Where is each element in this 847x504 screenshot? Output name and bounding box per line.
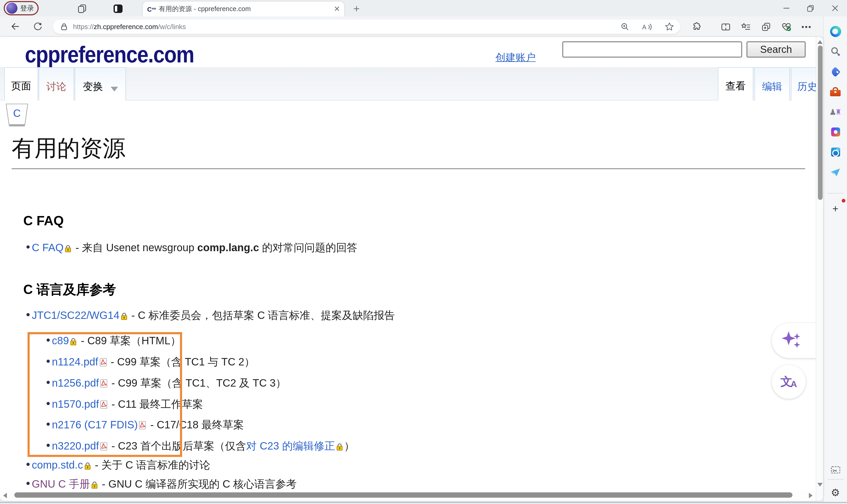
window-controls (774, 0, 847, 16)
workspaces-icon[interactable] (76, 3, 88, 14)
highlight-annotation-box (28, 332, 182, 457)
n1570-link[interactable]: n1570.pdf (52, 398, 99, 410)
sidebar-search-button[interactable] (829, 45, 842, 58)
collections-icon[interactable] (761, 21, 771, 33)
scroll-down-arrow[interactable] (817, 483, 823, 487)
tab-view[interactable]: 查看 (718, 67, 753, 101)
wiki-nav-band: 页面 讨论 变换 查看 编辑 历史 (0, 67, 816, 101)
site-lock-icon[interactable] (58, 21, 70, 33)
microsoft-365-icon (831, 127, 840, 136)
sidebar-messenger-button[interactable] (829, 165, 842, 178)
site-search-input[interactable] (562, 41, 742, 58)
breadcrumb[interactable]: C (5, 104, 29, 125)
tab-edit[interactable]: 编辑 (754, 67, 790, 101)
lock-icon (336, 443, 343, 451)
tab-variants[interactable]: 变换 (75, 67, 126, 101)
breadcrumb-underline (9, 125, 25, 126)
sidebar-tools-button[interactable] (829, 85, 842, 98)
gnu-c-manual-link[interactable]: GNU C 手册 (32, 478, 90, 490)
lock-icon (120, 312, 127, 320)
vertical-scrollbar-thumb[interactable] (818, 46, 823, 200)
outlook-icon (831, 147, 840, 156)
horizontal-scrollbar-thumb[interactable] (14, 492, 793, 498)
list-item-n1256: n1256.pdf - C99 草案（含 TC1、TC2 及 TC 3） (44, 376, 286, 390)
list-item-wg14: JTC1/SC22/WG14 - C 标准委员会，包括草案 C 语言标准、提案及… (23, 308, 395, 323)
split-screen-icon[interactable] (721, 21, 731, 33)
web-page-content: cppreference.com 创建账户 Search 页面 讨论 变换 查看… (0, 37, 823, 501)
restore-button[interactable] (798, 0, 823, 16)
scroll-right-arrow[interactable] (809, 493, 813, 498)
edge-sidebar: ♟♜ + ⚙ (823, 16, 847, 502)
list-item-n3220: n3220.pdf - C23 首个出版后草案（仅含对 C23 的编辑修正） (44, 439, 355, 453)
sidebar-divider-bottom (827, 479, 844, 480)
gear-icon: ⚙ (831, 487, 840, 498)
section-heading-c-faq: C FAQ (23, 213, 64, 229)
favorite-star-icon[interactable] (663, 21, 675, 33)
scroll-left-arrow[interactable] (3, 493, 7, 498)
wg14-link[interactable]: JTC1/SC22/WG14 (32, 309, 119, 321)
chevron-down-icon (110, 87, 118, 91)
c23-errata-link[interactable]: 对 C23 的编辑修正 (246, 440, 335, 452)
browser-tab[interactable]: C++ 有用的资源 - cppreference.com (143, 2, 344, 16)
avatar (6, 3, 17, 14)
scroll-up-arrow[interactable] (817, 40, 823, 44)
tab-discussion[interactable]: 讨论 (39, 67, 74, 101)
c-faq-link[interactable]: C FAQ (32, 242, 64, 253)
refresh-button[interactable] (32, 21, 44, 32)
shopping-tag-icon (830, 67, 841, 77)
copilot-discover-button[interactable] (772, 323, 823, 358)
pdf-icon (100, 379, 107, 388)
browser-essentials-icon[interactable] (781, 21, 792, 33)
chess-rook-icon: ♜ (835, 108, 842, 115)
address-bar[interactable]: https://zh.cppreference.com/w/c/links A (53, 20, 680, 34)
copilot-icon (830, 26, 841, 37)
list-item-n1124: n1124.pdf - C99 草案（含 TC1 与 TC 2） (44, 355, 255, 369)
screenshot-button[interactable] (829, 463, 842, 476)
sidebar-m365-button[interactable] (829, 125, 842, 138)
pdf-icon (99, 358, 107, 366)
pdf-icon (100, 400, 107, 409)
close-button[interactable] (823, 0, 847, 16)
page-title: 有用的资源 (12, 133, 125, 164)
sidebar-customize-button[interactable]: + (829, 202, 842, 215)
tab-activity-icon[interactable] (112, 3, 124, 14)
n3220-link[interactable]: n3220.pdf (52, 440, 99, 452)
tab-close-icon[interactable] (334, 4, 340, 14)
profile-button[interactable]: 登录 (4, 1, 39, 15)
zoom-page-icon[interactable] (619, 21, 630, 33)
cppreference-favicon: C++ (147, 5, 156, 13)
tab-page[interactable]: 页面 (4, 67, 38, 101)
section-heading-c-reference: C 语言及库参考 (23, 281, 116, 298)
c89-link[interactable]: c89 (52, 335, 69, 346)
settings-more-icon[interactable] (801, 21, 811, 33)
n2176-link[interactable]: n2176 (C17 FDIS) (52, 419, 138, 431)
minimize-button[interactable] (774, 0, 798, 16)
extensions-icon[interactable] (691, 21, 702, 33)
list-item-c-faq: C FAQ - 来自 Usenet newsgroup comp.lang.c … (23, 241, 357, 255)
sparkles-icon (780, 329, 802, 352)
sidebar-games-button[interactable]: ♟♜ (829, 105, 842, 118)
favorites-list-icon[interactable] (741, 21, 751, 33)
compstdc-link[interactable]: comp.std.c (32, 459, 83, 471)
n1124-link[interactable]: n1124.pdf (52, 356, 98, 367)
new-tab-button[interactable] (350, 3, 362, 14)
copilot-button[interactable] (829, 25, 842, 38)
sidebar-shopping-button[interactable] (829, 66, 842, 78)
translate-button[interactable]: 文A (772, 365, 806, 399)
site-search-button[interactable]: Search (746, 41, 806, 58)
tab-bar: 登录 C++ 有用的资源 - cppreference.com (0, 0, 847, 16)
sidebar-outlook-button[interactable] (829, 145, 842, 158)
plus-icon: + (832, 203, 838, 215)
read-aloud-icon[interactable]: A (641, 21, 653, 33)
breadcrumb-label[interactable]: C (5, 107, 29, 120)
back-button[interactable] (10, 21, 21, 32)
sidebar-divider (827, 193, 844, 194)
notification-dot (842, 199, 845, 202)
site-logo[interactable]: cppreference.com (25, 41, 194, 68)
list-item-gnu-c-manual: GNU C 手册 - GNU C 编译器所实现的 C 核心语言参考 (23, 477, 297, 491)
n1256-link[interactable]: n1256.pdf (52, 377, 99, 389)
create-account-link[interactable]: 创建账户 (496, 51, 536, 65)
sidebar-settings-button[interactable]: ⚙ (829, 486, 842, 499)
vertical-scrollbar[interactable] (816, 37, 823, 501)
horizontal-scrollbar[interactable] (0, 491, 816, 500)
